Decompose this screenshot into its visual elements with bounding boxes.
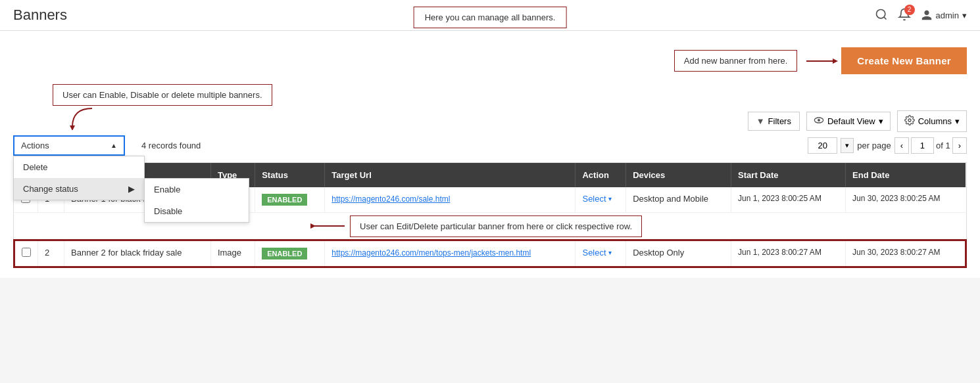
col-status[interactable]: Status xyxy=(255,163,325,187)
row-url-link[interactable]: https://magento246.com/men/tops-men/jack… xyxy=(331,248,531,258)
columns-button[interactable]: Columns ▾ xyxy=(897,110,967,132)
columns-label: Columns xyxy=(918,116,952,126)
svg-point-0 xyxy=(876,9,885,18)
col-url[interactable]: Target Url xyxy=(325,163,576,187)
filter-bar: ▼ Filters Default View ▾ Columns ▾ xyxy=(748,110,967,132)
row-devices: Desktop and Mobile xyxy=(626,187,731,213)
row-start-date: Jun 1, 2023 8:00:27 AM xyxy=(731,240,846,267)
col-start-date[interactable]: Start Date xyxy=(731,163,846,187)
next-page-button[interactable]: › xyxy=(952,137,967,154)
status-submenu: Enable Disable xyxy=(144,178,249,223)
total-pages: of 1 xyxy=(936,141,950,150)
disable-label: Disable xyxy=(154,206,182,216)
row-action: Select ▾ xyxy=(576,187,626,213)
actions-chevron: ▲ xyxy=(110,142,117,149)
enable-label: Enable xyxy=(154,185,180,194)
header-right: 2 admin ▾ xyxy=(875,8,967,23)
row-end-date: Jun 30, 2023 8:00:25 AM xyxy=(846,187,966,213)
delete-label: Delete xyxy=(23,162,48,172)
row-checkbox-cell xyxy=(14,240,38,267)
row-type: Image xyxy=(210,240,255,267)
row-action: Select ▾ xyxy=(576,240,626,267)
toolbar: Add new banner from here. Create New Ban… xyxy=(13,41,967,84)
col-action[interactable]: Action xyxy=(576,163,626,187)
arrow-to-edit xyxy=(310,218,350,235)
select-action-button[interactable]: Select ▾ xyxy=(582,194,619,204)
admin-menu[interactable]: admin ▾ xyxy=(921,9,967,21)
row-url: https://magento246.com/men/tops-men/jack… xyxy=(325,240,576,267)
annotation-area: User can Enable, Disable or delete multi… xyxy=(13,84,967,132)
delete-action[interactable]: Delete xyxy=(14,156,144,178)
eye-icon xyxy=(814,116,824,126)
change-status-action[interactable]: Change status ▶ Enable Disable xyxy=(14,178,144,200)
filters-button[interactable]: ▼ Filters xyxy=(748,112,800,131)
actions-row: Actions ▲ Delete Change status ▶ Enable … xyxy=(13,135,967,156)
actions-tooltip: User can Enable, Disable or delete multi… xyxy=(53,84,272,106)
row-devices: Desktop Only xyxy=(626,240,731,267)
enable-action[interactable]: Enable xyxy=(145,179,249,200)
col-devices[interactable]: Devices xyxy=(626,163,731,187)
row-end-date: Jun 30, 2023 8:00:27 AM xyxy=(846,240,966,267)
per-page-dropdown[interactable]: ▾ xyxy=(841,138,854,153)
notification-count: 2 xyxy=(904,5,915,15)
svg-marker-4 xyxy=(70,125,75,130)
status-badge: ENABLED xyxy=(262,194,307,206)
change-status-label: Change status xyxy=(23,184,78,194)
disable-action[interactable]: Disable xyxy=(145,200,249,222)
actions-select[interactable]: Actions ▲ xyxy=(13,135,125,156)
svg-marker-3 xyxy=(833,58,838,64)
select-action-button[interactable]: Select ▾ xyxy=(582,248,619,258)
page-number-input[interactable] xyxy=(911,137,934,154)
per-page-input[interactable] xyxy=(808,137,837,154)
actions-dropdown[interactable]: Actions ▲ Delete Change status ▶ Enable … xyxy=(13,135,125,156)
action-chevron: ▾ xyxy=(608,249,612,256)
columns-chevron: ▾ xyxy=(955,116,960,126)
arrow-to-button xyxy=(805,55,838,67)
view-chevron: ▾ xyxy=(879,116,883,126)
prev-page-button[interactable]: ‹ xyxy=(894,137,909,154)
admin-label: admin xyxy=(936,11,959,20)
svg-marker-9 xyxy=(310,223,316,229)
funnel-icon: ▼ xyxy=(756,116,765,126)
actions-menu: Delete Change status ▶ Enable Disable xyxy=(13,156,145,200)
add-banner-tooltip: Add new banner from here. xyxy=(674,50,798,72)
actions-label: Actions xyxy=(21,141,49,150)
row-start-date: Jun 1, 2023 8:00:25 AM xyxy=(731,187,846,213)
records-found: 4 records found xyxy=(141,141,201,150)
create-new-banner-button[interactable]: Create New Banner xyxy=(841,47,967,74)
row-id: 2 xyxy=(38,240,64,267)
status-badge: ENABLED xyxy=(262,248,307,259)
search-icon[interactable] xyxy=(875,8,888,23)
page-title: Banners xyxy=(13,7,67,24)
row-status: ENABLED xyxy=(255,240,325,267)
svg-line-1 xyxy=(883,16,886,19)
action-chevron: ▾ xyxy=(608,195,612,202)
submenu-arrow: ▶ xyxy=(128,184,135,194)
row-checkbox[interactable] xyxy=(22,248,31,257)
notification-bell[interactable]: 2 xyxy=(898,8,911,23)
row-url-link[interactable]: https://magento246.com/sale.html xyxy=(331,194,450,204)
filters-label: Filters xyxy=(768,116,791,126)
row-status: ENABLED xyxy=(255,187,325,213)
default-view-button[interactable]: Default View ▾ xyxy=(806,112,891,131)
header: Banners Here you can manage all banners.… xyxy=(0,0,980,31)
gear-icon xyxy=(904,115,915,127)
header-tooltip: Here you can manage all banners. xyxy=(414,7,567,28)
main-content: Add new banner from here. Create New Ban… xyxy=(0,31,980,278)
col-end-date[interactable]: End Date xyxy=(846,163,966,187)
row-url: https://magento246.com/sale.html xyxy=(325,187,576,213)
per-page-label: per page xyxy=(857,141,891,150)
table-row[interactable]: 2 Banner 2 for black friday sale Image E… xyxy=(14,240,966,267)
edit-tooltip: User can Edit/Delete particular banner f… xyxy=(350,215,642,237)
arrow-to-actions xyxy=(66,107,105,130)
row-name: Banner 2 for black friday sale xyxy=(64,240,211,267)
svg-point-7 xyxy=(908,119,911,122)
page-nav: ‹ of 1 › xyxy=(894,137,967,154)
per-page-select: ▾ per page xyxy=(808,137,891,154)
view-label: Default View xyxy=(827,116,875,126)
pagination: ▾ per page ‹ of 1 › xyxy=(808,137,967,154)
admin-chevron: ▾ xyxy=(962,11,967,20)
svg-point-6 xyxy=(818,119,820,122)
